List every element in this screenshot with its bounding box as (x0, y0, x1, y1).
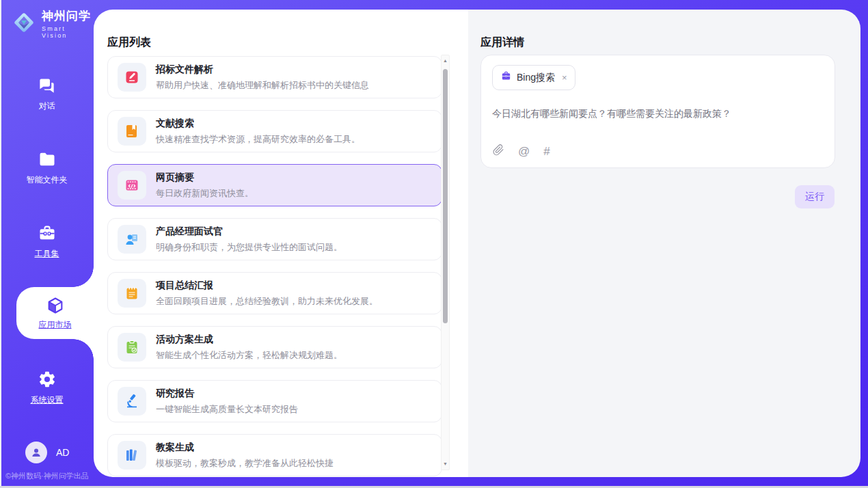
web-summary-icon (118, 171, 146, 200)
books-icon (118, 441, 146, 470)
briefcase-icon (500, 70, 512, 85)
app-card-title: 项目总结汇报 (156, 280, 378, 292)
app-card-lesson-plan[interactable]: 教案生成 模板驱动，教案秒成，教学准备从此轻松快捷 (107, 434, 442, 476)
sidebar-item-label: 工具集 (35, 248, 59, 260)
scrollbar-thumb[interactable] (443, 69, 448, 323)
microscope-icon (118, 387, 146, 416)
app-card-title: 活动方案生成 (156, 334, 342, 346)
attachment-toolbar: @ # (493, 144, 550, 159)
app-card-description: 明确身份和职责，为您提供专业性的面试问题。 (156, 241, 342, 254)
tool-tag-bing-search[interactable]: Bing搜索 × (492, 65, 575, 90)
app-detail-panel: 应用详情 Bing搜索 × 今日湖北有哪些新闻要点？有哪些需要关注的最新政策？ (468, 10, 860, 477)
gear-icon (37, 369, 57, 390)
interviewer-person-icon (118, 225, 146, 254)
logo-title: 神州问学 (42, 8, 94, 24)
app-card-web-summary[interactable]: 网页摘要 每日政府新闻资讯快查。 (107, 164, 442, 206)
app-card-description: 全面回顾项目进展，总结经验教训，助力未来优化发展。 (156, 295, 378, 308)
literature-book-icon (118, 117, 146, 146)
app-card-title: 文献搜索 (156, 118, 360, 130)
sidebar-item-app-market[interactable]: 应用市场 (16, 287, 94, 339)
sidebar-item-smart-folder[interactable]: 智能文件夹 (0, 149, 94, 186)
close-icon[interactable]: × (562, 72, 567, 83)
app-list-title: 应用列表 (107, 36, 151, 50)
scroll-down-icon[interactable]: ▼ (442, 460, 449, 468)
sidebar-item-chat[interactable]: 对话 (0, 75, 94, 112)
cube-icon (45, 295, 66, 316)
app-card-description: 一键智能生成高质量长文本研究报告 (156, 403, 298, 416)
sidebar-item-label: 系统设置 (31, 394, 64, 406)
app-detail-title: 应用详情 (480, 36, 524, 50)
app-card-title: 招标文件解析 (156, 64, 369, 76)
app-card-list: 招标文件解析 帮助用户快速、准确地理解和解析招标书中的关键信息 文献搜索 快速精… (107, 56, 442, 477)
user-account[interactable]: AD (25, 442, 69, 463)
hash-icon[interactable]: # (543, 146, 550, 157)
bid-document-icon (118, 63, 146, 92)
prompt-card[interactable]: Bing搜索 × 今日湖北有哪些新闻要点？有哪些需要关注的最新政策？ @ # (480, 55, 835, 168)
query-input-text[interactable]: 今日湖北有哪些新闻要点？有哪些需要关注的最新政策？ (492, 108, 824, 120)
app-card-event-plan[interactable]: 活动方案生成 智能生成个性化活动方案，轻松解决规划难题。 (107, 326, 442, 368)
app-card-title: 研究报告 (156, 388, 298, 400)
app-card-description: 每日政府新闻资讯快查。 (156, 187, 254, 200)
toolbox-icon (37, 223, 57, 243)
app-card-title: 网页摘要 (156, 172, 254, 184)
mention-icon[interactable]: @ (518, 146, 530, 157)
notepad-icon (118, 279, 146, 308)
clipboard-check-icon (118, 333, 146, 362)
tool-tag-label: Bing搜索 (517, 72, 555, 84)
app-card-description: 帮助用户快速、准确地理解和解析招标书中的关键信息 (156, 79, 369, 92)
app-card-description: 智能生成个性化活动方案，轻松解决规划难题。 (156, 349, 342, 362)
run-button[interactable]: 运行 (795, 185, 835, 208)
chat-icon (37, 75, 57, 96)
logo-subtitle: Smart Vision (42, 25, 94, 39)
app-list-panel: 应用列表 招标文件解析 帮助用户快速、准确地理解和解析招标书中的关键信息 (94, 10, 468, 477)
diamond-logo-icon (11, 10, 37, 38)
user-name: AD (56, 447, 69, 458)
app-card-project-summary[interactable]: 项目总结汇报 全面回顾项目进展，总结经验教训，助力未来优化发展。 (107, 272, 442, 314)
sidebar-item-label: 智能文件夹 (27, 174, 68, 186)
app-card-literature-search[interactable]: 文献搜索 快速精准查找学术资源，提高研究效率的必备工具。 (107, 110, 442, 152)
sidebar: 神州问学 Smart Vision 对话 智能文件夹 (0, 0, 94, 488)
sidebar-item-settings[interactable]: 系统设置 (0, 369, 94, 406)
window-left-edge (0, 0, 1, 488)
app-card-research-report[interactable]: 研究报告 一键智能生成高质量长文本研究报告 (107, 380, 442, 422)
user-avatar-icon (25, 442, 47, 463)
copyright-text: ©神州数码·神州问学出品 (5, 471, 89, 481)
app-card-title: 产品经理面试官 (156, 226, 342, 238)
app-card-description: 模板驱动，教案秒成，教学准备从此轻松快捷 (156, 457, 334, 470)
paperclip-icon[interactable] (493, 144, 504, 159)
app-list-scrollbar[interactable]: ▲ ▼ (441, 55, 450, 470)
app-card-title: 教案生成 (156, 442, 334, 454)
scroll-up-icon[interactable]: ▲ (442, 57, 449, 65)
app-card-pm-interviewer[interactable]: 产品经理面试官 明确身份和职责，为您提供专业性的面试问题。 (107, 218, 442, 260)
sidebar-item-label: 应用市场 (39, 319, 72, 331)
folder-icon (37, 149, 57, 170)
app-card-description: 快速精准查找学术资源，提高研究效率的必备工具。 (156, 133, 360, 146)
app-card-bid-parse[interactable]: 招标文件解析 帮助用户快速、准确地理解和解析招标书中的关键信息 (107, 56, 442, 98)
main-container: 应用列表 招标文件解析 帮助用户快速、准确地理解和解析招标书中的关键信息 (94, 10, 860, 477)
app-logo: 神州问学 Smart Vision (11, 8, 94, 39)
sidebar-item-label: 对话 (39, 100, 55, 112)
sidebar-item-toolbox[interactable]: 工具集 (0, 223, 94, 260)
